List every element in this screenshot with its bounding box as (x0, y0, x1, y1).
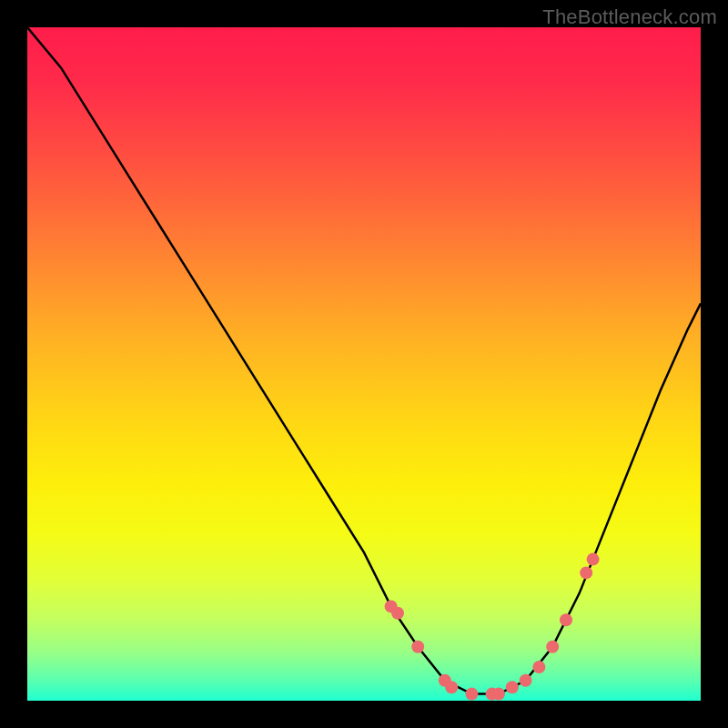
sample-dot (445, 681, 458, 693)
plot-area (27, 27, 701, 701)
chart-frame: TheBottleneck.com (0, 0, 728, 728)
sample-dot (580, 566, 592, 579)
sample-dot (411, 641, 424, 653)
sample-dot (492, 688, 505, 701)
sample-dot (520, 674, 532, 687)
sample-dot (587, 553, 600, 566)
bottleneck-curve (27, 27, 701, 694)
watermark-text: TheBottleneck.com (542, 5, 717, 29)
highlight-dots (385, 553, 600, 701)
sample-dot (465, 688, 478, 701)
sample-dot (391, 607, 404, 620)
sample-dot (506, 681, 519, 693)
sample-dot (532, 661, 545, 673)
curve-layer (27, 27, 701, 701)
sample-dot (560, 613, 572, 626)
sample-dot (546, 641, 559, 653)
